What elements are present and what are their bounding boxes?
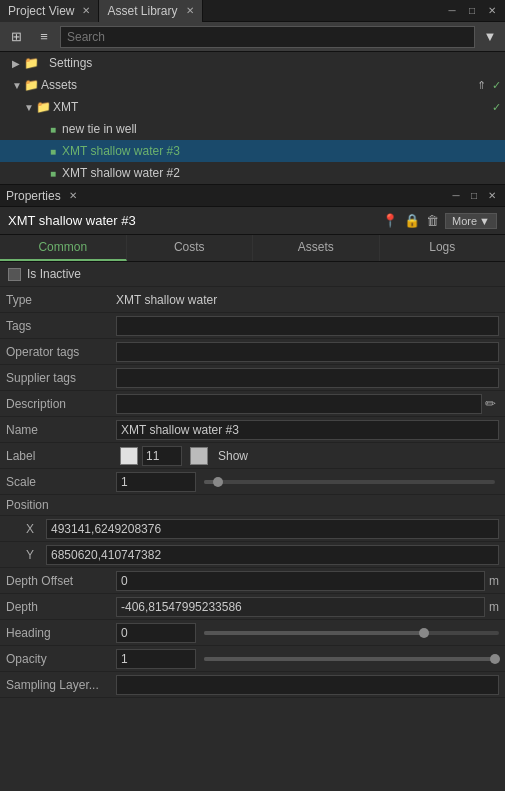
description-edit-btn[interactable]: ✏ [482, 396, 499, 411]
toolbar: ⊞ ≡ ▼ [0, 22, 505, 52]
more-btn[interactable]: More ▼ [445, 213, 497, 229]
tree-row-settings[interactable]: ▶ 📁 Settings [0, 52, 505, 74]
item-icon-new-tie: ■ [50, 124, 56, 135]
tree-icons-right-xmt: ✓ [492, 101, 501, 114]
check-icon-xmt: ✓ [492, 101, 501, 114]
tab-costs[interactable]: Costs [127, 235, 254, 261]
description-input[interactable] [116, 394, 482, 414]
tab-project-view-close[interactable]: ✕ [82, 5, 90, 16]
filter-btn[interactable]: ▼ [479, 26, 501, 48]
properties-title: Properties [6, 189, 61, 203]
opacity-slider-track[interactable] [204, 657, 499, 661]
tree-label-xmt: XMT [53, 100, 78, 114]
close-btn[interactable]: ✕ [485, 4, 499, 18]
type-value: XMT shallow water [116, 293, 499, 307]
tags-label: Tags [6, 319, 116, 333]
y-input[interactable] [46, 545, 499, 565]
expand-icon-settings: ▶ [12, 58, 22, 69]
tab-bar-right: ─ □ ✕ [445, 4, 505, 18]
scale-slider-thumb[interactable] [213, 477, 223, 487]
tags-input[interactable] [116, 316, 499, 336]
item-icon-xmt3: ■ [50, 146, 56, 157]
maximize-btn[interactable]: □ [465, 4, 479, 18]
position-label: Position [6, 498, 49, 512]
tree-label-xmt2: XMT shallow water #2 [58, 166, 180, 180]
label-color-swatch2[interactable] [190, 447, 208, 465]
tree-label-settings: Settings [49, 56, 92, 70]
tree-row-assets[interactable]: ▼ 📁 Assets ⇑ ✓ [0, 74, 505, 96]
heading-slider-container [204, 631, 499, 635]
tab-logs[interactable]: Logs [380, 235, 506, 261]
x-input[interactable] [46, 519, 499, 539]
scale-row: Scale [0, 469, 505, 495]
properties-header: Properties ✕ ─ □ ✕ [0, 185, 505, 207]
heading-label: Heading [6, 626, 116, 640]
check-icon-assets: ✓ [492, 79, 501, 92]
props-close-win-btn[interactable]: ✕ [485, 189, 499, 203]
heading-slider-fill [204, 631, 425, 635]
operator-tags-label: Operator tags [6, 345, 116, 359]
opacity-input[interactable] [116, 649, 196, 669]
tree-row-xmt3[interactable]: ■ XMT shallow water #3 [0, 140, 505, 162]
tree-panel: ▶ 📁 Settings ▼ 📁 Assets ⇑ ✓ ▼ 📁 XMT ✓ ■ … [0, 52, 505, 185]
location-pin-btn[interactable]: 📍 [382, 213, 398, 228]
tags-row: Tags [0, 313, 505, 339]
folder-icon-assets: 📁 [24, 78, 39, 92]
properties-close-btn[interactable]: ✕ [69, 190, 77, 201]
tree-row-xmt2[interactable]: ■ XMT shallow water #2 [0, 162, 505, 184]
tab-common-label: Common [38, 240, 87, 254]
y-row: Y [0, 542, 505, 568]
prop-tabs: Common Costs Assets Logs [0, 235, 505, 262]
tree-label-new-tie: new tie in well [58, 122, 137, 136]
tree-label-assets: Assets [41, 78, 77, 92]
supplier-tags-row: Supplier tags [0, 365, 505, 391]
operator-tags-row: Operator tags [0, 339, 505, 365]
depth-row: Depth m [0, 594, 505, 620]
label-number-input[interactable] [142, 446, 182, 466]
props-name-bar: XMT shallow water #3 📍 🔒 🗑 More ▼ [0, 207, 505, 235]
tree-label-xmt3: XMT shallow water #3 [58, 144, 180, 158]
x-row: X [0, 516, 505, 542]
double-up-icon-assets[interactable]: ⇑ [477, 79, 486, 92]
tab-asset-library[interactable]: Asset Library ✕ [99, 0, 202, 22]
name-input[interactable] [116, 420, 499, 440]
depth-unit: m [485, 600, 499, 614]
opacity-slider-thumb[interactable] [490, 654, 500, 664]
minimize-btn[interactable]: ─ [445, 4, 459, 18]
supplier-tags-input[interactable] [116, 368, 499, 388]
grid-view-btn[interactable]: ⊞ [4, 25, 28, 49]
heading-slider-track[interactable] [204, 631, 499, 635]
tab-asset-library-label: Asset Library [107, 4, 177, 18]
depth-input[interactable] [116, 597, 485, 617]
operator-tags-input[interactable] [116, 342, 499, 362]
tree-row-new-tie[interactable]: ■ new tie in well [0, 118, 505, 140]
props-minimize-btn[interactable]: ─ [449, 189, 463, 203]
scale-input[interactable] [116, 472, 196, 492]
props-maximize-btn[interactable]: □ [467, 189, 481, 203]
tree-icons-right-assets: ⇑ ✓ [477, 79, 501, 92]
heading-input[interactable] [116, 623, 196, 643]
tab-common[interactable]: Common [0, 235, 127, 261]
delete-btn[interactable]: 🗑 [426, 213, 439, 228]
sampling-input[interactable] [116, 675, 499, 695]
depth-offset-label: Depth Offset [6, 574, 116, 588]
x-label: X [6, 522, 46, 536]
sampling-row: Sampling Layer... [0, 672, 505, 698]
search-input[interactable] [60, 26, 475, 48]
tab-asset-library-close[interactable]: ✕ [186, 5, 194, 16]
list-view-btn[interactable]: ≡ [32, 25, 56, 49]
heading-slider-thumb[interactable] [419, 628, 429, 638]
opacity-slider-fill [204, 657, 496, 661]
description-row: Description ✏ [0, 391, 505, 417]
is-inactive-checkbox[interactable] [8, 268, 21, 281]
tab-project-view[interactable]: Project View ✕ [0, 0, 99, 22]
label-color-swatch[interactable] [120, 447, 138, 465]
sampling-label: Sampling Layer... [6, 678, 116, 692]
tab-assets[interactable]: Assets [253, 235, 380, 261]
lock-btn[interactable]: 🔒 [404, 213, 420, 228]
depth-offset-input[interactable] [116, 571, 485, 591]
scale-slider-track[interactable] [204, 480, 495, 484]
tree-row-xmt[interactable]: ▼ 📁 XMT ✓ [0, 96, 505, 118]
name-row: Name [0, 417, 505, 443]
type-label: Type [6, 293, 116, 307]
